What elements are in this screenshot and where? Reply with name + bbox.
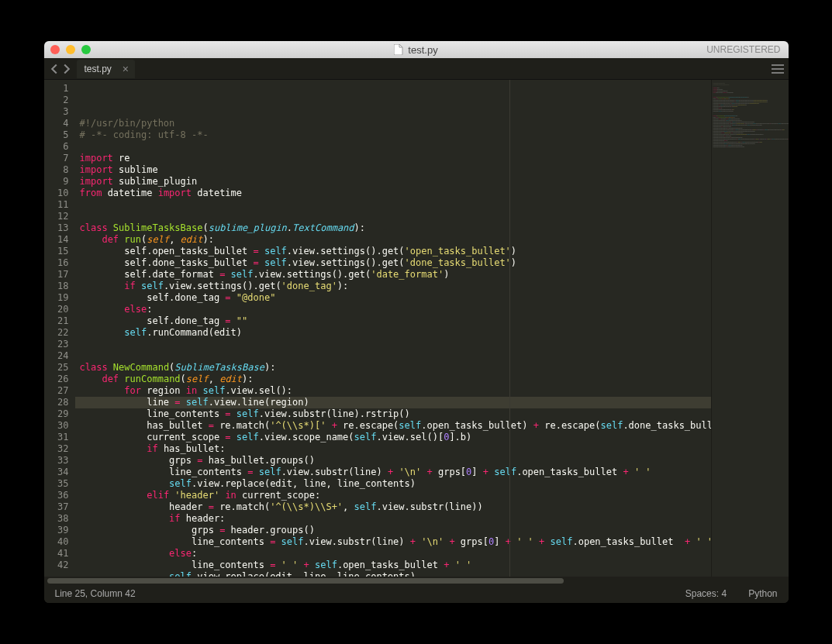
tab-label: test.py xyxy=(85,64,112,74)
scrollbar-thumb[interactable] xyxy=(47,578,564,584)
document-icon xyxy=(394,44,403,55)
line-gutter: 1234567891011121314151617181920212223242… xyxy=(44,80,75,577)
unregistered-label: UNREGISTERED xyxy=(706,44,780,55)
minimap[interactable]: ▬▬▬▬▬▬▬▬▬▬▬▬▬▬▬▬▬▬▬▬▬▬▬▬▬▬▬▬▬▬▬▬▬▬▬▬▬▬▬▬… xyxy=(711,80,789,577)
tab-close-icon[interactable]: × xyxy=(123,64,129,74)
status-bar: Line 25, Column 42 Spaces: 4 Python xyxy=(44,584,789,603)
code-area[interactable]: #!/usr/bin/python# -*- coding: utf-8 -*-… xyxy=(75,80,711,577)
tab-bar: test.py × xyxy=(44,58,789,80)
editor-window: test.py UNREGISTERED test.py × 123456789… xyxy=(44,41,789,603)
tab-testpy[interactable]: test.py × xyxy=(77,60,135,78)
menu-icon[interactable] xyxy=(772,64,784,74)
indent-setting[interactable]: Spaces: 4 xyxy=(685,588,727,599)
nav-forward-icon[interactable] xyxy=(61,64,72,74)
titlebar: test.py UNREGISTERED xyxy=(44,41,789,58)
close-window-button[interactable] xyxy=(50,45,60,54)
nav-back-icon[interactable] xyxy=(49,64,60,74)
window-controls xyxy=(50,45,91,54)
syntax-setting[interactable]: Python xyxy=(748,588,777,599)
minimize-window-button[interactable] xyxy=(66,45,75,54)
window-title: test.py xyxy=(44,44,789,56)
window-title-text: test.py xyxy=(408,44,437,56)
ruler xyxy=(509,80,510,577)
editor-area: 1234567891011121314151617181920212223242… xyxy=(44,80,789,577)
horizontal-scrollbar[interactable] xyxy=(44,577,789,584)
zoom-window-button[interactable] xyxy=(81,45,91,54)
cursor-position: Line 25, Column 42 xyxy=(55,588,136,599)
